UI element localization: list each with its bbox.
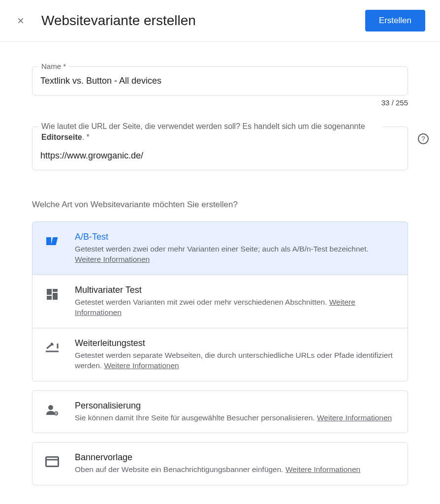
close-icon xyxy=(16,16,25,25)
more-info-link[interactable]: Weitere Informationen xyxy=(104,361,179,370)
ab-test-icon xyxy=(43,234,61,249)
redirect-icon xyxy=(43,340,61,355)
option-desc: Getestet werden Varianten mit zwei oder … xyxy=(75,297,397,318)
option-desc: Sie können damit Ihre Seite für ausgewäh… xyxy=(75,413,397,423)
option-redirect-test[interactable]: Weiterleitungstest Getestet werden separ… xyxy=(32,328,408,381)
svg-point-8 xyxy=(56,412,57,413)
svg-rect-1 xyxy=(47,289,52,295)
banner-icon xyxy=(43,454,61,469)
multivariate-icon xyxy=(43,287,61,302)
more-info-link[interactable]: Weitere Informationen xyxy=(75,255,150,263)
more-info-link[interactable]: Weitere Informationen xyxy=(285,465,360,473)
option-banner-template[interactable]: Bannervorlage Oben auf der Website ein B… xyxy=(32,442,408,485)
name-char-counter: 33 / 255 xyxy=(32,98,408,107)
option-title: Bannervorlage xyxy=(75,452,397,463)
url-field-label: Wie lautet die URL der Seite, die verwen… xyxy=(38,121,383,143)
svg-rect-0 xyxy=(46,237,51,245)
url-field-row: Wie lautet die URL der Seite, die verwen… xyxy=(32,126,408,170)
option-body: Weiterleitungstest Getestet werden separ… xyxy=(75,338,397,371)
variant-type-group-banner: Bannervorlage Oben auf der Website ein B… xyxy=(32,442,408,485)
option-desc: Getestet werden zwei oder mehr Varianten… xyxy=(75,244,397,265)
option-title: Multivariater Test xyxy=(75,285,397,295)
option-multivariate-test[interactable]: Multivariater Test Getestet werden Varia… xyxy=(32,275,408,328)
help-icon[interactable]: ? xyxy=(418,133,429,144)
svg-point-6 xyxy=(48,405,53,410)
dialog-content: Name * 33 / 255 Wie lautet die URL der S… xyxy=(0,42,440,500)
option-title: Weiterleitungstest xyxy=(75,338,397,348)
dialog-title: Websitevariante erstellen xyxy=(41,13,365,29)
name-field-wrap[interactable]: Name * xyxy=(32,66,408,95)
option-body: Personalisierung Sie können damit Ihre S… xyxy=(75,401,397,423)
url-label-pre: Wie lautet die URL der Seite, die verwen… xyxy=(41,122,365,130)
option-title: Personalisierung xyxy=(75,401,397,411)
close-button[interactable] xyxy=(15,15,27,27)
variant-type-question: Welche Art von Websitevariante möchten S… xyxy=(32,200,408,210)
variant-type-group-tests: A/B-Test Getestet werden zwei oder mehr … xyxy=(32,221,408,381)
create-button[interactable]: Erstellen xyxy=(365,10,425,32)
option-desc: Getestet werden separate Webseiten, die … xyxy=(75,350,397,371)
url-label-post: . * xyxy=(82,133,90,141)
url-label-bold: Editorseite xyxy=(41,133,82,141)
option-ab-test[interactable]: A/B-Test Getestet werden zwei oder mehr … xyxy=(32,221,408,275)
svg-rect-2 xyxy=(53,289,58,292)
personalization-icon xyxy=(43,403,61,417)
option-desc: Oben auf der Website ein Benachrichtigun… xyxy=(75,465,397,475)
url-input[interactable] xyxy=(40,151,400,161)
option-personalization[interactable]: Personalisierung Sie können damit Ihre S… xyxy=(32,390,408,434)
url-field-wrap[interactable]: Wie lautet die URL der Seite, die verwen… xyxy=(32,126,408,170)
name-field-label: Name * xyxy=(38,62,69,70)
option-body: A/B-Test Getestet werden zwei oder mehr … xyxy=(75,232,397,265)
name-input[interactable] xyxy=(40,76,400,86)
option-body: Multivariater Test Getestet werden Varia… xyxy=(75,285,397,318)
variant-type-group-personal: Personalisierung Sie können damit Ihre S… xyxy=(32,390,408,434)
svg-rect-9 xyxy=(46,457,59,467)
option-body: Bannervorlage Oben auf der Website ein B… xyxy=(75,452,397,475)
svg-rect-4 xyxy=(47,296,52,300)
svg-rect-3 xyxy=(53,293,58,300)
more-info-link[interactable]: Weitere Informationen xyxy=(317,413,392,422)
dialog-header: Websitevariante erstellen Erstellen xyxy=(0,0,440,42)
option-title: A/B-Test xyxy=(75,232,397,242)
